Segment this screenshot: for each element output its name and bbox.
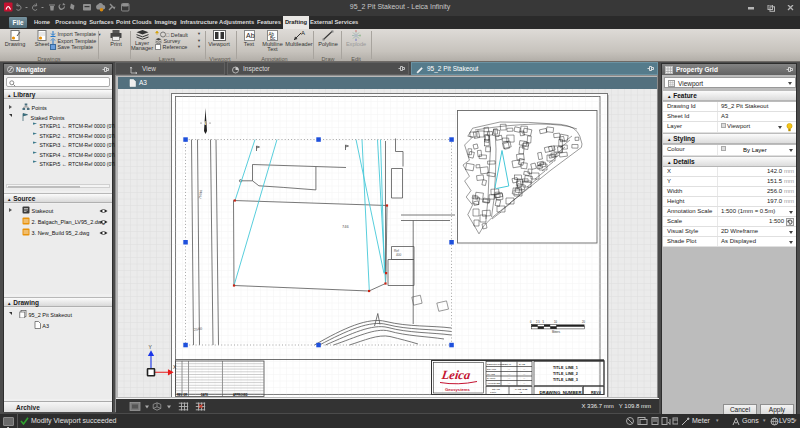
svg-text:PLANS: PLANS <box>487 373 495 376</box>
svg-text:DR: DR <box>184 393 188 397</box>
svg-text:2.5: 2.5 <box>536 320 540 324</box>
svg-text:REV#: REV# <box>591 391 602 395</box>
svg-text:Leica: Leica <box>440 368 471 382</box>
svg-text:DETAIL: DETAIL <box>503 363 512 366</box>
svg-text:N: N <box>203 121 206 126</box>
svg-text:Ab: Ab <box>246 32 255 39</box>
svg-text:TITLE_LINE_1: TITLE_LINE_1 <box>553 366 578 370</box>
svg-text:TITLE_LINE_3: TITLE_LINE_3 <box>553 378 578 382</box>
svg-text:746: 746 <box>342 224 349 229</box>
svg-text:400: 400 <box>396 253 402 257</box>
svg-text:Geosystems: Geosystems <box>445 387 471 392</box>
svg-text:DATE: DATE <box>201 393 208 397</box>
svg-text:DRAWING_NUMBER: DRAWING_NUMBER <box>539 390 582 395</box>
svg-text:Meters: Meters <box>552 330 561 334</box>
svg-text:REV: REV <box>177 393 183 397</box>
svg-text:DATUM: DATUM <box>487 377 495 380</box>
svg-text:A: A <box>301 30 305 36</box>
svg-text:APPROVED: APPROVED <box>233 393 248 397</box>
svg-text:APPROVED: APPROVED <box>487 382 501 385</box>
svg-text:DESCRIPTION: DESCRIPTION <box>487 363 504 366</box>
svg-text:DRAWN: DRAWN <box>487 368 496 371</box>
svg-text:DATE: DATE <box>519 363 526 366</box>
svg-text:Bc: Bc <box>270 36 276 41</box>
svg-text:1:500: 1:500 <box>490 391 497 394</box>
svg-text:TITLE_LINE_2: TITLE_LINE_2 <box>553 372 578 376</box>
